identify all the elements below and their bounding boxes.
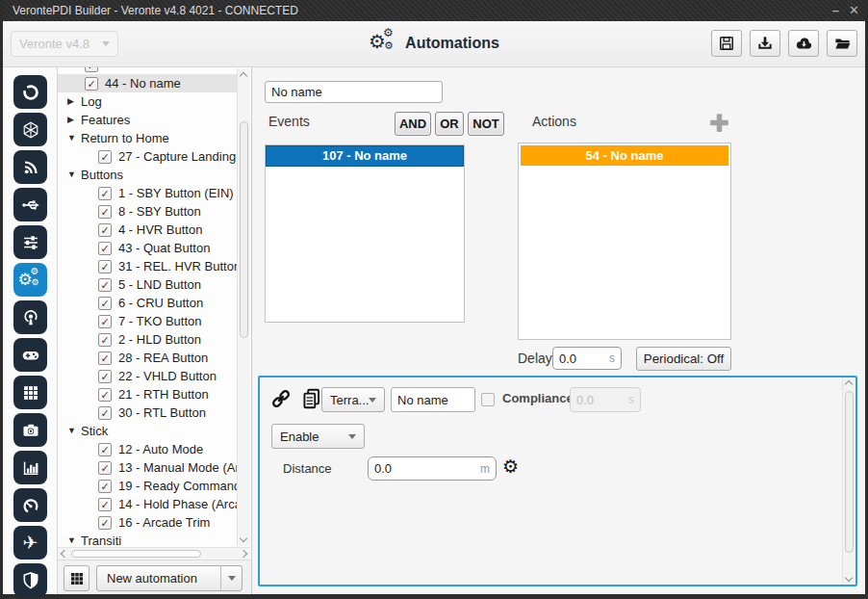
checkbox[interactable]: ✓ bbox=[98, 480, 112, 493]
checkbox[interactable]: ✓ bbox=[98, 352, 112, 365]
events-list[interactable]: 107 - No name bbox=[265, 144, 465, 323]
editor-scrollbar[interactable] bbox=[842, 378, 855, 585]
or-operator-button[interactable]: OR bbox=[435, 112, 464, 136]
automation-grid-button[interactable] bbox=[64, 565, 89, 591]
tree-item[interactable]: ✓43 - Quat Button bbox=[58, 239, 238, 257]
save-button[interactable] bbox=[711, 30, 742, 57]
triangle-down-icon[interactable]: ▼ bbox=[67, 532, 81, 547]
checkbox[interactable]: ✓ bbox=[98, 388, 112, 402]
new-automation-dropdown[interactable] bbox=[220, 566, 242, 590]
usb-icon[interactable] bbox=[13, 188, 47, 221]
tree-item[interactable]: ✓31 - REL. HVR Button bbox=[58, 257, 238, 275]
tree-item[interactable]: ✓28 - REA Button bbox=[58, 349, 238, 367]
triangle-down-icon[interactable]: ▼ bbox=[67, 422, 81, 440]
bar-chart-icon[interactable] bbox=[13, 451, 47, 484]
triangle-down-icon[interactable]: ▼ bbox=[67, 129, 81, 147]
scroll-right-icon[interactable] bbox=[240, 550, 247, 558]
actions-list[interactable]: 54 - No name bbox=[518, 143, 731, 340]
checkbox[interactable]: ✓ bbox=[98, 205, 112, 219]
checkbox[interactable]: ✓ bbox=[98, 516, 112, 530]
power-icon[interactable] bbox=[13, 75, 47, 109]
tree-group[interactable]: ▶Features bbox=[58, 111, 238, 129]
automations-gears-icon[interactable]: ⚙⚙⚙ bbox=[13, 263, 47, 297]
cloud-download-button[interactable] bbox=[788, 30, 819, 57]
checkbox[interactable]: ✓ bbox=[98, 315, 112, 328]
checkbox[interactable]: ✓ bbox=[98, 242, 112, 255]
tree-item[interactable]: ✓4 - HVR Button bbox=[58, 221, 238, 239]
and-operator-button[interactable]: AND bbox=[395, 112, 431, 136]
checkbox[interactable]: ✓ bbox=[98, 187, 112, 200]
tree-vertical-scrollbar[interactable] bbox=[237, 68, 250, 546]
checkbox[interactable]: ✓ bbox=[85, 67, 98, 72]
tree-horizontal-scrollbar[interactable] bbox=[58, 547, 250, 560]
triangle-down-icon[interactable]: ▼ bbox=[67, 166, 81, 184]
minimize-icon[interactable]: – bbox=[832, 0, 839, 21]
open-folder-button[interactable] bbox=[827, 30, 857, 57]
scroll-left-icon[interactable] bbox=[61, 550, 68, 558]
tree-item[interactable]: ✓21 - RTH Button bbox=[58, 385, 238, 404]
checkbox[interactable]: ✓ bbox=[98, 443, 112, 456]
tree-group[interactable]: ▼Transiti bbox=[58, 532, 238, 547]
checkbox[interactable]: ✓ bbox=[98, 260, 112, 273]
tree-item[interactable]: ✓2 - HLD Button bbox=[58, 330, 238, 349]
close-icon[interactable]: ✕ bbox=[849, 0, 859, 21]
shield-icon[interactable] bbox=[13, 563, 47, 597]
scroll-down-icon[interactable] bbox=[240, 534, 247, 542]
rss-icon[interactable] bbox=[13, 150, 47, 184]
tree-item[interactable]: ✓12 - Auto Mode bbox=[58, 440, 238, 458]
checkbox[interactable]: ✓ bbox=[98, 370, 112, 383]
tree-item[interactable]: ✓30 - RTL Button bbox=[58, 404, 238, 422]
download-button[interactable] bbox=[750, 30, 780, 57]
mesh-sphere-icon[interactable] bbox=[13, 113, 47, 146]
tree-group[interactable]: ▼Stick bbox=[58, 422, 238, 440]
action-item[interactable]: 54 - No name bbox=[521, 145, 728, 166]
tree-item[interactable]: ✓19 - Ready Command bbox=[58, 477, 238, 495]
tree-item[interactable]: ✓22 - VHLD Button bbox=[58, 367, 238, 385]
sliders-icon[interactable] bbox=[13, 225, 47, 259]
checkbox[interactable]: ✓ bbox=[98, 498, 112, 511]
gamepad-icon[interactable] bbox=[13, 338, 47, 372]
add-action-button[interactable] bbox=[707, 111, 731, 138]
checkbox[interactable]: ✓ bbox=[98, 406, 112, 420]
plane-icon[interactable]: ✈ bbox=[13, 526, 47, 560]
tree-item[interactable]: ✓5 - LND Button bbox=[58, 275, 238, 294]
event-item[interactable]: 107 - No name bbox=[266, 145, 464, 167]
periodical-toggle-button[interactable]: Periodical: Off bbox=[636, 347, 731, 371]
tree-item[interactable]: ✓44 - No name bbox=[58, 74, 238, 92]
tree-item[interactable]: ✓8 - SBY Button bbox=[58, 202, 238, 221]
scrollbar-thumb[interactable] bbox=[240, 121, 248, 338]
triangle-right-icon[interactable]: ▶ bbox=[67, 111, 81, 129]
new-automation-button[interactable]: New automation bbox=[96, 565, 243, 591]
compliance-time-checkbox[interactable]: ✓ bbox=[481, 393, 495, 406]
tree-group[interactable]: ▼Buttons bbox=[58, 166, 238, 184]
tree-group[interactable]: ▶Log bbox=[58, 92, 238, 111]
distance-settings-gear-icon[interactable]: ⚙ bbox=[502, 455, 519, 480]
grid-icon[interactable] bbox=[13, 376, 47, 409]
action-name-input[interactable] bbox=[391, 387, 475, 412]
scrollbar-thumb[interactable] bbox=[845, 391, 854, 553]
camera-icon[interactable] bbox=[13, 413, 47, 447]
tree-item[interactable]: ✓1 - SBY Button (EIN) bbox=[58, 184, 238, 202]
checkbox[interactable]: ✓ bbox=[98, 223, 112, 237]
scrollbar-thumb[interactable] bbox=[71, 550, 201, 558]
tree-item[interactable]: ✓6 - CRU Button bbox=[58, 294, 238, 312]
distance-input[interactable] bbox=[374, 461, 480, 476]
delay-input[interactable] bbox=[559, 352, 609, 366]
mode-selector[interactable]: Enable bbox=[271, 424, 365, 449]
action-type-selector[interactable]: Terra... bbox=[321, 387, 385, 412]
checkbox[interactable]: ✓ bbox=[98, 278, 112, 292]
checkbox[interactable]: ✓ bbox=[98, 333, 112, 347]
scroll-up-icon[interactable] bbox=[845, 380, 853, 388]
tree-item[interactable]: ✓14 - Hold Phase (Arcad bbox=[58, 495, 238, 513]
tree-group[interactable]: ▼Return to Home bbox=[58, 129, 238, 147]
tree-item[interactable]: ✓13 - Manual Mode (Arc bbox=[58, 458, 238, 477]
scroll-down-icon[interactable] bbox=[845, 574, 853, 582]
tree-item[interactable]: ✓27 - Capture Landing P bbox=[58, 147, 238, 166]
checkbox[interactable]: ✓ bbox=[98, 150, 112, 164]
not-operator-button[interactable]: NOT bbox=[468, 112, 504, 136]
checkbox[interactable]: ✓ bbox=[98, 461, 112, 475]
tree-item[interactable]: ✓16 - Arcade Trim bbox=[58, 513, 238, 532]
gauge-icon[interactable] bbox=[13, 488, 47, 522]
triangle-right-icon[interactable]: ▶ bbox=[67, 92, 81, 111]
tree-item[interactable]: ✓ bbox=[58, 67, 238, 74]
